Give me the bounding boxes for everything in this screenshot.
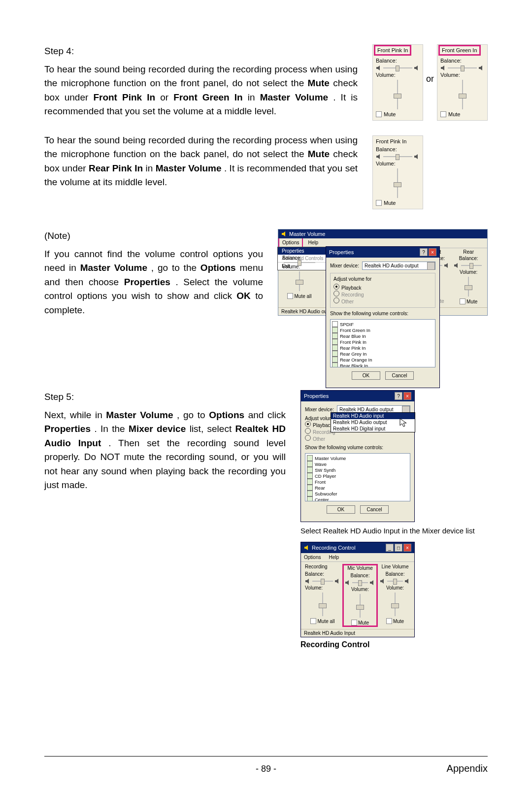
recording-control-window: Recording Control _□× OptionsHelp Record… bbox=[300, 542, 415, 637]
mute-checkbox[interactable] bbox=[376, 111, 382, 117]
cancel-button[interactable]: Cancel bbox=[360, 505, 389, 514]
balance-slider[interactable] bbox=[383, 67, 412, 68]
step4-para2: To hear the sound being recorded during … bbox=[44, 133, 358, 190]
minimize-button[interactable]: _ bbox=[386, 544, 394, 552]
speaker-right-icon bbox=[414, 65, 420, 71]
speaker-left-icon bbox=[376, 154, 382, 160]
menu-options[interactable]: Options Properties Advanced Controls Exi… bbox=[278, 238, 303, 248]
speaker-left-icon bbox=[376, 65, 382, 71]
mute-all-checkbox[interactable] bbox=[287, 293, 293, 299]
volume-slider[interactable] bbox=[457, 80, 468, 109]
speaker-left-icon bbox=[440, 65, 446, 71]
menu-options[interactable]: Options bbox=[301, 553, 324, 561]
speaker-icon bbox=[454, 263, 460, 268]
properties-dialog: Properties ?× Mixer device: Realtek HD A… bbox=[326, 246, 440, 388]
volume-slider[interactable] bbox=[392, 168, 403, 198]
step4-text: Step 4: To hear the sound being recorded… bbox=[44, 44, 358, 194]
page-number: - 89 - bbox=[256, 764, 276, 774]
mic-volume-column: Mic Volume Balance: Volume: Mute bbox=[342, 564, 378, 627]
close-button[interactable]: × bbox=[403, 392, 411, 400]
cancel-button[interactable]: Cancel bbox=[385, 371, 414, 380]
mute-checkbox[interactable] bbox=[440, 111, 446, 117]
mixer-device-select[interactable]: Realtek HD Audio output bbox=[362, 262, 435, 270]
close-button[interactable]: × bbox=[403, 544, 411, 552]
volume-slider[interactable] bbox=[392, 80, 403, 109]
ok-button[interactable]: OK bbox=[327, 505, 355, 514]
speaker-icon bbox=[369, 580, 375, 586]
front-pink-panel: Front Pink In Balance: Volume: Mute bbox=[372, 44, 423, 121]
caption-select-input: Select Realtek HD Audio Input in the Mix… bbox=[300, 526, 488, 536]
help-button[interactable]: ? bbox=[420, 248, 428, 256]
mute-all-checkbox[interactable] bbox=[310, 618, 316, 624]
step4-heading: Step 4: bbox=[44, 44, 358, 59]
chevron-down-icon[interactable] bbox=[427, 262, 435, 270]
recording-radio[interactable] bbox=[333, 291, 339, 296]
playback-radio[interactable] bbox=[305, 421, 311, 427]
note-text: (Note) If you cannot find the volume con… bbox=[44, 229, 263, 321]
app-icon bbox=[281, 231, 287, 237]
speaker-icon bbox=[305, 578, 311, 584]
close-button[interactable]: × bbox=[429, 248, 436, 256]
speaker-icon bbox=[345, 580, 351, 586]
speaker-icon bbox=[334, 578, 340, 584]
footer-rule bbox=[44, 756, 488, 757]
appendix-label: Appendix bbox=[447, 763, 488, 774]
help-button[interactable]: ? bbox=[395, 392, 402, 400]
balance-slider[interactable] bbox=[448, 67, 477, 68]
mute-checkbox[interactable] bbox=[386, 618, 392, 624]
speaker-icon bbox=[404, 578, 410, 584]
master-volume-window: Master Volume Options Properties Advance… bbox=[278, 229, 488, 316]
caption-rec-control: Recording Control bbox=[300, 640, 488, 649]
app-icon bbox=[304, 545, 310, 551]
mute-checkbox[interactable] bbox=[351, 620, 357, 625]
menu-help[interactable]: Help bbox=[326, 553, 342, 561]
titlebar: Master Volume bbox=[278, 230, 487, 238]
balance-slider[interactable] bbox=[383, 156, 412, 157]
speaker-right-icon bbox=[478, 65, 484, 71]
speaker-right-icon bbox=[414, 154, 420, 160]
speaker-icon bbox=[380, 578, 386, 584]
step4-para1: To hear the sound being recorded during … bbox=[44, 63, 358, 119]
rear-pink-panel: Front Pink In Balance: Volume: Mute bbox=[372, 135, 423, 209]
step5-text: Step 5: Next, while in Master Volume , g… bbox=[44, 390, 286, 496]
ok-button[interactable]: OK bbox=[352, 371, 380, 380]
mute-checkbox[interactable] bbox=[376, 200, 382, 206]
maximize-button[interactable]: □ bbox=[395, 544, 402, 552]
other-radio bbox=[333, 297, 339, 303]
volume-controls-list[interactable]: Master Volume Wave SW Synth CD Player Fr… bbox=[305, 453, 410, 501]
or-label: or bbox=[426, 74, 434, 84]
speaker-icon bbox=[444, 263, 450, 268]
volume-controls-list[interactable]: SPDIF Front Green In Rear Blue In Front … bbox=[330, 319, 435, 367]
properties-dialog-2: Properties ?× Mixer device: Realtek HD A… bbox=[300, 390, 415, 522]
front-green-panel: Front Green In Balance: Volume: Mute bbox=[437, 44, 488, 121]
cursor-icon bbox=[399, 418, 407, 427]
playback-radio[interactable] bbox=[333, 284, 339, 290]
